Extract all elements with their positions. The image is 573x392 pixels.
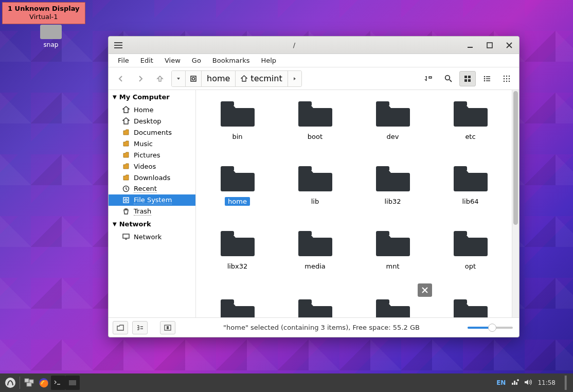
file-grid[interactable]: bin boot dev etc home lib lib32 lib64 li… bbox=[196, 90, 512, 317]
close-button[interactable] bbox=[499, 37, 519, 54]
path-seg-home[interactable]: home bbox=[202, 71, 236, 86]
folder-lib64[interactable]: lib64 bbox=[434, 162, 507, 227]
sidebar-item-videos[interactable]: Videos bbox=[109, 161, 195, 172]
sidebar-item-network[interactable]: Network bbox=[109, 231, 195, 242]
sidebar-item-label: Desktop bbox=[134, 117, 162, 125]
sidebar-item-label: Trash bbox=[134, 207, 151, 216]
menu-bookmarks[interactable]: Bookmarks bbox=[207, 55, 255, 66]
icon-view-button[interactable] bbox=[459, 71, 476, 86]
menu-file[interactable]: File bbox=[113, 55, 134, 66]
up-button[interactable] bbox=[152, 71, 168, 86]
scrollbar[interactable] bbox=[512, 90, 519, 317]
search-button[interactable] bbox=[440, 71, 456, 86]
folder-icon bbox=[452, 98, 489, 128]
folder-lib[interactable]: lib bbox=[279, 162, 351, 227]
network-icon[interactable] bbox=[511, 379, 519, 387]
titlebar[interactable]: / bbox=[109, 37, 519, 54]
folder-libx32[interactable]: libx32 bbox=[201, 227, 274, 292]
close-sidebar-button[interactable] bbox=[160, 321, 175, 334]
folder-bin[interactable]: bin bbox=[201, 97, 274, 162]
zoom-slider[interactable] bbox=[468, 327, 513, 329]
folder-label: opt bbox=[462, 262, 479, 271]
clock[interactable]: 11:58 bbox=[538, 379, 556, 386]
sidebar-section-my-computer[interactable]: ▼ My Computer bbox=[109, 90, 195, 104]
sidebar-item-downloads[interactable]: Downloads bbox=[109, 172, 195, 183]
panel-handle[interactable] bbox=[565, 376, 567, 390]
doc-icon bbox=[122, 129, 130, 136]
svg-rect-31 bbox=[53, 379, 63, 387]
menu-edit[interactable]: Edit bbox=[135, 55, 158, 66]
path-root-button[interactable] bbox=[186, 71, 202, 86]
list-view-button[interactable] bbox=[479, 71, 495, 86]
desktop-icon-snap[interactable]: snap bbox=[40, 25, 62, 48]
home-icon bbox=[122, 117, 130, 125]
sidebar-item-music[interactable]: Music bbox=[109, 138, 195, 149]
svg-point-15 bbox=[506, 78, 507, 79]
svg-point-12 bbox=[506, 75, 507, 76]
menu-help[interactable]: Help bbox=[256, 55, 281, 66]
hamburger-menu-button[interactable] bbox=[109, 37, 128, 54]
keyboard-layout-indicator[interactable]: EN bbox=[496, 379, 506, 386]
path-seg-tecmint[interactable]: tecmint bbox=[236, 71, 288, 86]
sidebar-item-trash[interactable]: Trash bbox=[109, 206, 195, 217]
show-desktop-button[interactable] bbox=[22, 376, 37, 390]
taskbar-item-file-manager[interactable] bbox=[65, 376, 80, 390]
sidebar-item-desktop[interactable]: Desktop bbox=[109, 115, 195, 127]
folder-home[interactable]: home bbox=[201, 162, 274, 227]
display-notif-line2: Virtual-1 bbox=[29, 13, 58, 21]
svg-point-2 bbox=[192, 77, 195, 80]
sidebar-item-file-system[interactable]: File System bbox=[109, 194, 195, 206]
minimize-button[interactable] bbox=[460, 37, 480, 54]
compact-view-button[interactable] bbox=[498, 71, 515, 86]
home-icon bbox=[122, 106, 130, 114]
sidebar-item-label: Pictures bbox=[134, 151, 160, 159]
sidebar-item-documents[interactable]: Documents bbox=[109, 127, 195, 138]
start-menu-button[interactable] bbox=[3, 376, 17, 390]
firefox-launcher[interactable] bbox=[37, 376, 51, 390]
folder-etc[interactable]: etc bbox=[434, 97, 507, 162]
taskbar-item-terminal[interactable] bbox=[51, 376, 65, 390]
folder-opt[interactable]: opt bbox=[434, 227, 507, 292]
folder-icon bbox=[297, 293, 334, 317]
caret-down-icon: ▼ bbox=[113, 94, 117, 100]
folder-label: media bbox=[301, 262, 329, 271]
menu-view[interactable]: View bbox=[159, 55, 186, 66]
forward-button[interactable] bbox=[132, 71, 149, 86]
sidebar-item-home[interactable]: Home bbox=[109, 104, 195, 115]
folder-label: bin bbox=[229, 132, 245, 141]
folder-label: boot bbox=[305, 132, 326, 141]
sidebar-section-network[interactable]: ▼ Network bbox=[109, 217, 195, 231]
show-tree-button[interactable] bbox=[132, 321, 148, 334]
folder-lib32[interactable]: lib32 bbox=[356, 162, 429, 227]
sidebar-item-recent[interactable]: Recent bbox=[109, 183, 195, 194]
zoom-knob[interactable] bbox=[488, 324, 496, 332]
folder-item[interactable] bbox=[279, 292, 351, 317]
svg-point-26 bbox=[5, 378, 15, 388]
folder-icon bbox=[374, 293, 411, 317]
show-places-button[interactable] bbox=[113, 321, 128, 334]
folder-item[interactable] bbox=[201, 292, 274, 317]
folder-boot[interactable]: boot bbox=[279, 97, 351, 162]
svg-point-13 bbox=[509, 75, 510, 76]
menu-go[interactable]: Go bbox=[187, 55, 206, 66]
monitor-icon bbox=[122, 233, 130, 241]
sidebar-item-pictures[interactable]: Pictures bbox=[109, 149, 195, 161]
folder-icon bbox=[374, 228, 411, 258]
svg-rect-25 bbox=[167, 326, 169, 329]
path-history-button[interactable] bbox=[172, 71, 186, 86]
scrollbar-thumb[interactable] bbox=[513, 91, 518, 225]
folder-item[interactable] bbox=[434, 292, 507, 317]
maximize-button[interactable] bbox=[480, 37, 499, 54]
toggle-location-button[interactable] bbox=[420, 71, 437, 86]
back-button[interactable] bbox=[113, 71, 129, 86]
volume-icon[interactable] bbox=[524, 379, 532, 387]
folder-media[interactable]: media bbox=[279, 227, 351, 292]
svg-point-8 bbox=[484, 76, 486, 77]
window-title: / bbox=[128, 41, 460, 49]
path-forward-button[interactable] bbox=[288, 71, 301, 86]
folder-mnt[interactable]: mnt bbox=[356, 227, 429, 292]
sidebar-item-label: Downloads bbox=[134, 174, 170, 182]
folder-dev[interactable]: dev bbox=[356, 97, 429, 162]
svg-rect-7 bbox=[468, 79, 471, 82]
popup-close-button[interactable] bbox=[418, 283, 432, 297]
